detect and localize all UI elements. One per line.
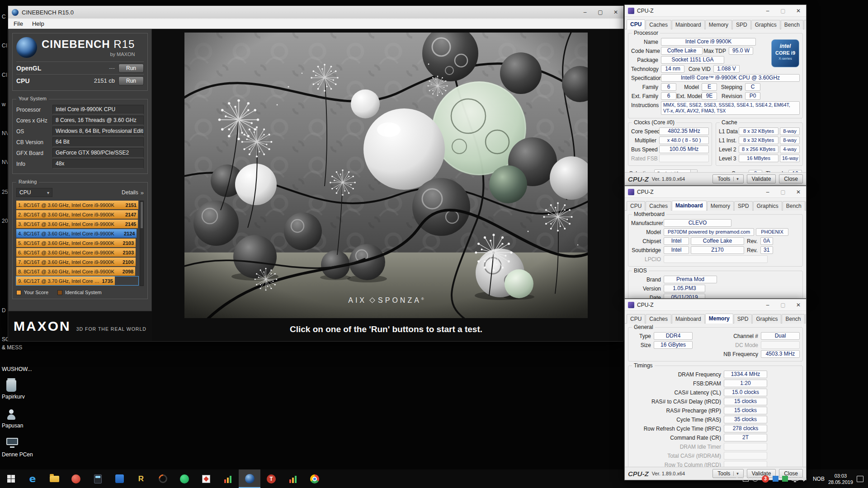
validate-button[interactable]: Validate (747, 174, 776, 183)
maximize-icon[interactable]: ▢ (775, 299, 791, 310)
minimize-icon[interactable]: – (760, 299, 775, 310)
tab-graphics[interactable]: Graphics (753, 201, 782, 211)
minimize-icon[interactable]: – (577, 6, 593, 19)
taskbar-file-explorer-icon[interactable] (43, 469, 65, 488)
taskbar-media-app-icon[interactable] (65, 469, 87, 488)
tab-about[interactable]: About (806, 201, 807, 211)
desktop-icon-label[interactable]: Denne PCen (2, 451, 33, 458)
taskbar-red-white-app-icon[interactable] (195, 469, 217, 488)
tab-memory[interactable]: Memory (705, 314, 733, 324)
language-indicator[interactable]: NOB (813, 476, 825, 482)
cpu-run-button[interactable]: Run (118, 76, 144, 85)
tray-expand-icon[interactable]: ^ (735, 476, 739, 482)
desktop-icon-label[interactable]: CI (2, 72, 7, 78)
maximize-icon[interactable]: ▢ (775, 186, 791, 197)
tab-graphics[interactable]: Graphics (751, 20, 780, 29)
cpuz-titlebar[interactable]: CPU-Z – ▢ ✕ (625, 5, 806, 17)
minimize-icon[interactable]: – (760, 186, 775, 197)
menu-file[interactable]: File (9, 19, 28, 28)
clock[interactable]: 03:03 28.05.2019 (828, 473, 853, 485)
tab-mainboard[interactable]: Mainboard (672, 314, 705, 324)
taskbar-stats-app-icon[interactable] (282, 469, 304, 488)
close-icon[interactable]: ✕ (791, 186, 806, 197)
cpuz-titlebar[interactable]: CPU-Z – ▢ ✕ (625, 186, 806, 198)
desktop-icon-label[interactable]: Papusan (2, 422, 23, 429)
tab-cpu[interactable]: CPU (627, 201, 645, 211)
ranking-row[interactable]: 2. 8C/16T @ 3.60 GHz, Intel Core i9-9900… (16, 210, 138, 219)
close-icon[interactable]: ✕ (608, 6, 623, 19)
ranking-row[interactable]: 1. 8C/16T @ 3.60 GHz, Intel Core i9-9900… (16, 201, 138, 209)
tab-mainboard[interactable]: Mainboard (672, 201, 707, 211)
ranking-row[interactable]: 7. 8C/16T @ 3.60 GHz, Intel Core i9-9900… (16, 258, 138, 266)
taskbar-green-app-icon[interactable] (174, 469, 195, 488)
tab-spd[interactable]: SPD (734, 314, 752, 324)
tab-graphics[interactable]: Graphics (752, 314, 781, 324)
ranking-row[interactable]: 6. 8C/16T @ 3.60 GHz, Intel Core i9-9900… (16, 248, 138, 257)
ranking-row[interactable]: 5. 8C/16T @ 3.60 GHz, Intel Core i9-9900… (16, 239, 138, 247)
taskbar-calculator-icon[interactable] (87, 469, 108, 488)
details-control[interactable]: Details » (122, 189, 144, 196)
tab-about[interactable]: About (804, 20, 807, 29)
ranking-filter-dropdown[interactable]: CPU ▾ (16, 188, 52, 197)
tray-app-icon[interactable] (743, 476, 749, 482)
tab-bench[interactable]: Bench (781, 20, 803, 29)
desktop-icon-label[interactable]: C (2, 14, 6, 20)
taskbar-browser-icon[interactable] (152, 469, 174, 488)
cinebench-titlebar[interactable]: CINEBENCH R15.0 – ▢ ✕ (8, 6, 623, 19)
taskbar-edge-icon[interactable] (22, 469, 43, 488)
cpuz-titlebar[interactable]: CPU-Z – ▢ ✕ (625, 299, 806, 311)
tab-caches[interactable]: Caches (646, 314, 671, 324)
taskbar-hwmonitor-icon[interactable] (217, 469, 239, 488)
maximize-icon[interactable]: ▢ (775, 5, 791, 16)
menu-help[interactable]: Help (28, 19, 49, 28)
taskbar-chrome-icon[interactable] (304, 469, 326, 488)
desktop-icon-label[interactable]: w (2, 101, 6, 108)
desktop-icon-label[interactable]: WUSHOW... (2, 366, 32, 372)
tray-app-icon[interactable] (773, 476, 778, 482)
taskbar-blue-app-icon[interactable] (108, 469, 130, 488)
tab-bench[interactable]: Bench (783, 201, 805, 211)
ranking-row[interactable]: 3. 8C/16T @ 3.60 GHz, Intel Core i9-9900… (16, 220, 138, 228)
tab-mainboard[interactable]: Mainboard (672, 20, 705, 29)
tray-app-icon[interactable] (782, 476, 788, 482)
tab-cpu[interactable]: CPU (627, 314, 645, 324)
tab-bench[interactable]: Bench (782, 314, 804, 324)
desktop-icon-label[interactable]: CI (2, 42, 7, 49)
user-folder-icon[interactable] (6, 409, 16, 421)
opengl-run-button[interactable]: Run (118, 64, 144, 73)
maximize-icon[interactable]: ▢ (593, 6, 608, 19)
tab-spd[interactable]: SPD (734, 201, 753, 211)
tab-memory[interactable]: Memory (705, 20, 732, 29)
recycle-bin-icon[interactable] (6, 380, 16, 392)
desktop-icon-label[interactable]: Papirkurv (2, 394, 25, 400)
ranking-row-selected[interactable]: 9. 6C/12T @ 3.70 GHz, Intel Core i7-8700… (16, 277, 138, 285)
ranking-row-your-score[interactable]: 4. 8C/16T @ 3.60 GHz, Intel Core i9-9900… (16, 229, 138, 238)
tab-cpu[interactable]: CPU (627, 19, 645, 29)
this-pc-icon[interactable] (6, 438, 18, 448)
minimize-icon[interactable]: – (760, 5, 775, 16)
action-center-icon[interactable] (857, 476, 863, 482)
close-icon[interactable]: ✕ (791, 5, 806, 16)
volume-icon[interactable] (802, 476, 809, 482)
ranking-row[interactable]: 8. 8C/16T @ 3.60 GHz, Intel Core i9-9900… (16, 267, 138, 276)
desktop-icon-label[interactable]: D (2, 307, 6, 314)
tab-caches[interactable]: Caches (646, 20, 671, 29)
close-icon[interactable]: ✕ (791, 299, 806, 310)
taskbar-realtemp-icon[interactable] (130, 469, 152, 488)
network-icon[interactable] (792, 476, 798, 481)
start-button[interactable] (0, 469, 22, 488)
tray-app-icon[interactable] (752, 476, 758, 482)
tab-about[interactable]: About (805, 314, 807, 324)
scrollbar-thumb[interactable] (141, 202, 143, 228)
tab-caches[interactable]: Caches (646, 201, 671, 211)
desktop-icon-label[interactable]: 20 (2, 218, 8, 224)
tools-button[interactable]: Tools▾ (712, 174, 744, 183)
desktop-icon-label[interactable]: 25 (2, 189, 8, 195)
ranking-scrollbar[interactable] (140, 201, 144, 286)
tab-spd[interactable]: SPD (732, 20, 751, 29)
taskbar-cinebench-icon-active[interactable] (239, 469, 260, 488)
tab-memory[interactable]: Memory (707, 201, 734, 211)
close-button[interactable]: Close (779, 174, 803, 183)
notification-badge[interactable]: 3 (762, 475, 769, 483)
taskbar-throttlestop-icon[interactable] (260, 469, 282, 488)
